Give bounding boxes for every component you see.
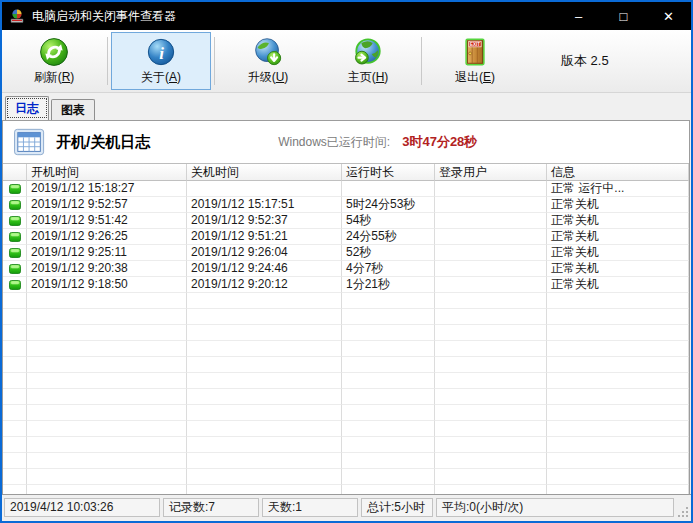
table-header-row: 开机时间 关机时间 运行时长 登录用户 信息 bbox=[3, 163, 689, 181]
title-bar: 电脑启动和关闭事件查看器 – □ ✕ bbox=[2, 2, 691, 30]
empty-table-row bbox=[3, 389, 689, 405]
about-button[interactable]: i 关于(A) bbox=[111, 32, 211, 90]
row-status-icon bbox=[3, 181, 27, 197]
cell-duration bbox=[342, 181, 435, 197]
empty-table-row bbox=[3, 469, 689, 485]
column-header-start-time[interactable]: 开机时间 bbox=[27, 164, 187, 181]
row-status-icon bbox=[3, 293, 27, 309]
empty-table-row bbox=[3, 309, 689, 325]
column-header-icon[interactable] bbox=[3, 164, 27, 181]
cell-duration bbox=[342, 325, 435, 341]
cell-info bbox=[547, 357, 689, 373]
cell-info bbox=[547, 437, 689, 453]
table-row[interactable]: 2019/1/12 9:20:38 2019/1/12 9:24:46 4分7秒… bbox=[3, 261, 689, 277]
cell-info bbox=[547, 341, 689, 357]
cell-user bbox=[435, 389, 547, 405]
cell-user bbox=[435, 261, 547, 277]
cell-end-time bbox=[187, 293, 342, 309]
cell-start-time bbox=[27, 437, 187, 453]
cell-user bbox=[435, 373, 547, 389]
refresh-icon bbox=[39, 37, 69, 67]
column-header-end-time[interactable]: 关机时间 bbox=[187, 164, 342, 181]
home-globe-icon bbox=[353, 37, 383, 67]
cell-duration: 4分7秒 bbox=[342, 261, 435, 277]
cell-duration bbox=[342, 373, 435, 389]
cell-start-time bbox=[27, 405, 187, 421]
cell-info: 正常关机 bbox=[547, 245, 689, 261]
table-row[interactable]: 2019/1/12 9:51:42 2019/1/12 9:52:37 54秒 … bbox=[3, 213, 689, 229]
empty-table-row bbox=[3, 341, 689, 357]
uptime-label: Windows已运行时间: bbox=[278, 134, 390, 151]
row-status-icon bbox=[3, 357, 27, 373]
table-row[interactable]: 2019/1/12 9:25:11 2019/1/12 9:26:04 52秒 … bbox=[3, 245, 689, 261]
cell-user bbox=[435, 405, 547, 421]
table-row[interactable]: 2019/1/12 9:18:50 2019/1/12 9:20:12 1分21… bbox=[3, 277, 689, 293]
exit-button[interactable]: EXIT 退出(E) bbox=[425, 32, 525, 90]
cell-info bbox=[547, 453, 689, 469]
empty-table-row bbox=[3, 405, 689, 421]
tab-chart[interactable]: 图表 bbox=[51, 99, 95, 120]
exit-button-label: 退出(E) bbox=[455, 69, 495, 86]
table-row[interactable]: 2019/1/12 15:18:27 正常 运行中... bbox=[3, 181, 689, 197]
close-button[interactable]: ✕ bbox=[646, 2, 691, 30]
row-status-icon bbox=[3, 277, 27, 293]
cell-start-time: 2019/1/12 9:52:57 bbox=[27, 197, 187, 213]
cell-duration bbox=[342, 453, 435, 469]
column-header-info[interactable]: 信息 bbox=[547, 164, 689, 181]
tab-log[interactable]: 日志 bbox=[5, 96, 49, 120]
empty-table-row bbox=[3, 453, 689, 469]
row-status-icon bbox=[3, 389, 27, 405]
cell-end-time bbox=[187, 485, 342, 494]
cell-duration bbox=[342, 309, 435, 325]
cell-duration: 5时24分53秒 bbox=[342, 197, 435, 213]
minimize-button[interactable]: – bbox=[556, 2, 601, 30]
home-button[interactable]: 主页(H) bbox=[318, 32, 418, 90]
cell-info bbox=[547, 293, 689, 309]
maximize-button[interactable]: □ bbox=[601, 2, 646, 30]
cell-info bbox=[547, 309, 689, 325]
cell-user bbox=[435, 341, 547, 357]
cell-info bbox=[547, 325, 689, 341]
cell-duration bbox=[342, 437, 435, 453]
cell-user bbox=[435, 213, 547, 229]
cell-start-time bbox=[27, 309, 187, 325]
upgrade-button[interactable]: 升级(U) bbox=[218, 32, 318, 90]
row-status-icon bbox=[3, 485, 27, 494]
cell-end-time bbox=[187, 373, 342, 389]
cell-info: 正常关机 bbox=[547, 261, 689, 277]
cell-end-time bbox=[187, 453, 342, 469]
cell-user bbox=[435, 181, 547, 197]
cell-end-time bbox=[187, 341, 342, 357]
cell-info: 正常关机 bbox=[547, 197, 689, 213]
column-header-user[interactable]: 登录用户 bbox=[435, 164, 547, 181]
cell-info bbox=[547, 373, 689, 389]
row-status-icon bbox=[3, 469, 27, 485]
empty-table-row bbox=[3, 485, 689, 494]
upgrade-globe-icon bbox=[253, 37, 283, 67]
status-average: 平均:0(小时/次) bbox=[436, 498, 674, 517]
cell-start-time: 2019/1/12 15:18:27 bbox=[27, 181, 187, 197]
log-tab-page: 开机/关机日志 Windows已运行时间: 3时47分28秒 开机时间 关机时间… bbox=[2, 120, 690, 494]
column-header-duration[interactable]: 运行时长 bbox=[342, 164, 435, 181]
status-record-count: 记录数:7 bbox=[163, 498, 259, 517]
cell-info bbox=[547, 485, 689, 494]
toolbar-separator bbox=[421, 37, 422, 85]
cell-start-time: 2019/1/12 9:18:50 bbox=[27, 277, 187, 293]
cell-end-time: 2019/1/12 9:26:04 bbox=[187, 245, 342, 261]
cell-user bbox=[435, 485, 547, 494]
table-row[interactable]: 2019/1/12 9:52:57 2019/1/12 15:17:51 5时2… bbox=[3, 197, 689, 213]
table-row[interactable]: 2019/1/12 9:26:25 2019/1/12 9:51:21 24分5… bbox=[3, 229, 689, 245]
cell-info: 正常关机 bbox=[547, 213, 689, 229]
cell-user bbox=[435, 437, 547, 453]
empty-table-row bbox=[3, 373, 689, 389]
table-body: 2019/1/12 15:18:27 正常 运行中... 2019/1/12 9… bbox=[3, 181, 689, 494]
refresh-button[interactable]: 刷新(R) bbox=[4, 32, 104, 90]
event-table: 开机时间 关机时间 运行时长 登录用户 信息 2019/1/12 15:18:2… bbox=[3, 163, 689, 494]
status-total-hours: 总计:5小时 bbox=[361, 498, 433, 517]
cell-start-time bbox=[27, 293, 187, 309]
cell-end-time bbox=[187, 325, 342, 341]
cell-duration bbox=[342, 485, 435, 494]
cell-info bbox=[547, 389, 689, 405]
resize-grip-icon[interactable] bbox=[677, 506, 689, 518]
cell-duration bbox=[342, 341, 435, 357]
